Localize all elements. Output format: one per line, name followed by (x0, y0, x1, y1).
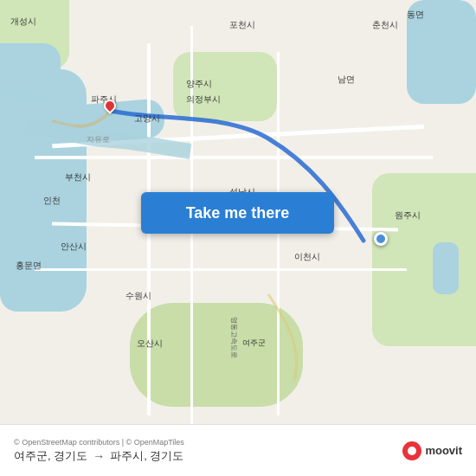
green-area-right (372, 173, 476, 346)
moovit-logo: moovit (402, 441, 462, 460)
copyright-text: © OpenStreetMap contributors | © OpenMap… (14, 438, 184, 447)
moovit-icon-inner (408, 447, 416, 455)
footer-left: © OpenStreetMap contributors | © OpenMap… (14, 438, 184, 464)
road-horizontal-2 (35, 156, 433, 159)
origin-dot (101, 97, 119, 114)
water-east-small (433, 242, 459, 294)
destination-dot (374, 232, 388, 246)
destination-label: 파주시, 경기도 (110, 448, 183, 464)
destination-marker (374, 232, 389, 248)
map-container: 개성시 포천시 춘천시 동면 파주시 양주시 의정부시 남면 고양시 자유로 부… (0, 0, 476, 476)
take-me-there-button[interactable]: Take me there (141, 192, 334, 234)
map-footer: © OpenStreetMap contributors | © OpenMap… (0, 424, 476, 476)
route-arrow: → (93, 449, 105, 463)
road-vertical-3 (277, 52, 280, 415)
road-horizontal-4 (35, 268, 407, 271)
moovit-brand-name: moovit (425, 444, 462, 457)
route-summary: 여주군, 경기도 → 파주시, 경기도 (14, 448, 184, 464)
green-area-top-center (173, 52, 277, 121)
take-me-there-label: Take me there (186, 204, 290, 222)
origin-marker (104, 100, 118, 113)
moovit-icon (402, 441, 421, 460)
water-northwest (0, 43, 61, 113)
water-east-top (407, 0, 476, 104)
origin-label: 여주군, 경기도 (14, 448, 87, 464)
